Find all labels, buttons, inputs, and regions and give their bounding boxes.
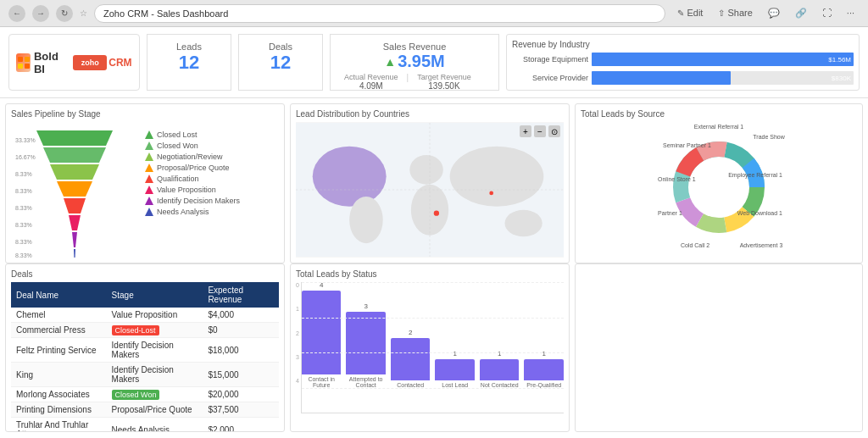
svg-text:8.33%: 8.33%	[15, 188, 32, 194]
svg-text:33.33%: 33.33%	[15, 137, 36, 143]
bold-bi-icon	[16, 53, 31, 72]
donut-wrapper: External Referral 1 Trade Show 1 Employe…	[581, 122, 857, 253]
svg-point-30	[349, 197, 383, 243]
svg-marker-18	[74, 249, 75, 258]
revenue-industry-title: Revenue by Industry	[512, 40, 854, 49]
lead-dist-title: Lead Distribution by Countries	[296, 109, 564, 119]
more-button[interactable]: ···	[842, 6, 860, 20]
table-row: King Identify Decision Makers $15,000	[11, 363, 279, 387]
svg-marker-23	[145, 164, 153, 172]
funnel-container: 33.33% 16.67% 8.33% 8.33% 8.33% 8.33% 8.…	[11, 122, 279, 258]
svg-marker-14	[69, 215, 81, 230]
revenue-bar-chart: Storage Equipment $1.56M Service Provide…	[512, 53, 854, 91]
svg-text:8.33%: 8.33%	[15, 239, 32, 245]
bar-prequalified: 1 Pre-Qualified	[524, 350, 564, 389]
forward-button[interactable]: →	[32, 5, 49, 22]
svg-marker-10	[57, 181, 92, 197]
deals-title: Deals	[11, 269, 279, 279]
world-map	[296, 122, 564, 258]
edit-button[interactable]: ✎ Edit	[672, 6, 708, 20]
refresh-button[interactable]: ↻	[56, 5, 73, 22]
bar-contacted: 2 Contacted	[391, 329, 431, 389]
bold-bi-logo: Bold BI	[16, 50, 63, 75]
zoom-in-button[interactable]: +	[520, 125, 531, 137]
revenue-value: 3.95M	[398, 52, 445, 71]
svg-point-29	[313, 147, 387, 207]
comment-button[interactable]: 💬	[763, 6, 785, 20]
svg-text:8.33%: 8.33%	[15, 252, 32, 258]
bar-attempted: 3 Attempted to Contact	[346, 302, 386, 389]
pipeline-title: Sales Pipeline by Stage	[11, 109, 279, 119]
bold-bi-label: Bold BI	[34, 50, 63, 75]
status-badge: Closed Won	[112, 390, 160, 400]
y-axis: 4 3 2 1 0	[296, 282, 299, 384]
zoho-crm-logo: zoho CRM	[73, 55, 131, 70]
col-stage: Stage	[107, 282, 203, 308]
svg-text:Employee Referral 1: Employee Referral 1	[728, 172, 782, 179]
svg-rect-3	[25, 64, 30, 69]
funnel-legend: Closed Lost Closed Won Negotiation/Revie…	[145, 130, 240, 216]
svg-text:8.33%: 8.33%	[15, 171, 32, 177]
leads-status-panel: Total Leads by Status 4 3 2 1 0	[290, 263, 570, 432]
svg-text:Cold Call 2: Cold Call 2	[681, 242, 709, 248]
deals-panel: Deals Deal Name Stage Expected Revenue C…	[5, 263, 285, 432]
bar-contact-future: 4 Contact in Future	[302, 281, 342, 389]
target-value: 139.50K	[428, 81, 459, 91]
reset-map-button[interactable]: ⊙	[548, 125, 560, 137]
svg-text:Partner 1: Partner 1	[658, 210, 682, 216]
bottom-grid: Deals Deal Name Stage Expected Revenue C…	[0, 263, 868, 437]
svg-point-35	[434, 210, 439, 215]
table-row: Morlong Associates Closed Won $20,000	[11, 387, 279, 402]
bottom-right-panel	[575, 263, 863, 432]
bar-chart-container: 4 3 2 1 0 4	[296, 282, 564, 413]
top-grid: Sales Pipeline by Stage 33.33% 16.67% 8.…	[0, 98, 868, 263]
leads-value: 12	[161, 52, 217, 74]
leads-source-title: Total Leads by Source	[581, 109, 857, 119]
status-badge: Closed-Lost	[112, 325, 159, 335]
svg-text:Online Store 1: Online Store 1	[658, 176, 696, 182]
logo-section: Bold BI zoho CRM	[8, 34, 140, 91]
back-button[interactable]: ←	[8, 5, 25, 22]
bar-not-contacted: 1 Not Contacted	[480, 350, 520, 389]
revenue-kpi: Sales Revenue ▲ 3.95M Actual Revenue 4.0…	[330, 34, 499, 91]
revenue-main: ▲ 3.95M	[344, 52, 485, 71]
bar-group: 4 Contact in Future 3 Attempted to Conta…	[301, 282, 564, 413]
svg-marker-26	[145, 197, 153, 205]
table-row: Commercial Press Closed-Lost $0	[11, 323, 279, 338]
leads-kpi: Leads 12	[147, 34, 231, 91]
svg-text:Advertisement 3: Advertisement 3	[740, 242, 783, 248]
actual-label: Actual Revenue	[344, 73, 398, 81]
crm-text: CRM	[108, 57, 131, 69]
svg-point-36	[489, 191, 493, 196]
revenue-label: Sales Revenue	[344, 42, 485, 52]
svg-marker-6	[43, 147, 106, 163]
svg-marker-25	[145, 186, 153, 194]
lead-distribution-panel: Lead Distribution by Countries	[290, 103, 570, 263]
leads-source-panel: Total Leads by Source	[575, 103, 863, 263]
svg-text:Web Download 1: Web Download 1	[737, 210, 782, 216]
zoom-out-button[interactable]: −	[534, 125, 546, 137]
svg-point-31	[409, 155, 443, 185]
svg-text:8.33%: 8.33%	[15, 205, 32, 211]
share-button[interactable]: ⇧ Share	[713, 6, 757, 20]
browser-chrome: ← → ↻ ☆ Zoho CRM - Sales Dashboard ✎ Edi…	[0, 0, 868, 27]
revenue-sub: Actual Revenue 4.09M | Target Revenue 13…	[344, 73, 485, 91]
donut-chart: External Referral 1 Trade Show 1 Employe…	[651, 122, 787, 253]
svg-marker-8	[50, 164, 99, 180]
svg-text:Trade Show 1: Trade Show 1	[753, 134, 787, 140]
fullscreen-button[interactable]: ⛶	[817, 6, 837, 20]
col-deal-name: Deal Name	[11, 282, 107, 308]
svg-marker-4	[36, 130, 113, 146]
arrow-up-icon: ▲	[384, 55, 396, 69]
table-row: Feltz Printing Service Identify Decision…	[11, 338, 279, 363]
url-bar[interactable]: Zoho CRM - Sales Dashboard	[94, 4, 665, 23]
svg-text:External Referral 1: External Referral 1	[694, 124, 743, 130]
link-button[interactable]: 🔗	[790, 6, 812, 20]
dashboard: Bold BI zoho CRM Leads 12 Deals 12 Sales…	[0, 27, 868, 438]
svg-marker-20	[145, 130, 153, 139]
deals-label: Deals	[253, 42, 309, 52]
bar-lost: 1 Lost Lead	[435, 350, 475, 389]
url-text: Zoho CRM - Sales Dashboard	[103, 8, 228, 19]
svg-rect-2	[18, 64, 23, 69]
svg-marker-16	[72, 232, 77, 247]
